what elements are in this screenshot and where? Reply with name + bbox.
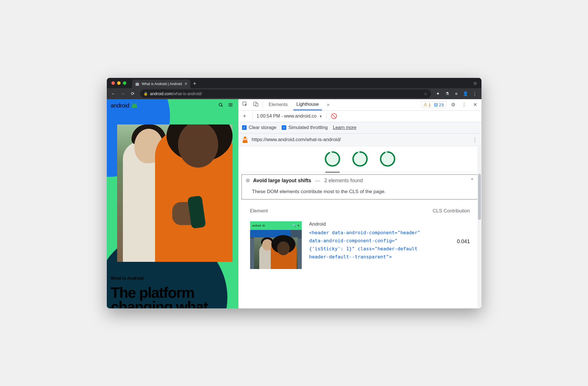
issue-counters[interactable]: ⚠1 ▤23: [421, 101, 446, 108]
reading-list-icon[interactable]: ≡: [452, 89, 461, 98]
svg-point-8: [324, 151, 341, 167]
lighthouse-icon: [243, 137, 248, 143]
element-snippet[interactable]: <header data-android-component="header" …: [309, 229, 428, 261]
close-window-button[interactable]: [111, 81, 115, 85]
labs-icon[interactable]: ⚗: [443, 89, 452, 98]
scrollbar-thumb[interactable]: [478, 174, 481, 220]
extensions-icon[interactable]: ✦: [434, 89, 442, 98]
url-path: /what-is-android/: [172, 91, 202, 96]
brand-wordmark: android: [111, 102, 129, 109]
more-tabs-icon[interactable]: »: [325, 102, 332, 107]
rendered-page: android What is And: [107, 99, 238, 308]
score-gauges: 92 93 93: [239, 146, 481, 172]
simulated-throttling-checkbox[interactable]: ✓ Simulated throttling: [282, 125, 328, 130]
close-tab-button[interactable]: ✕: [184, 82, 187, 86]
audited-url-bar: https://www.android.com/what-is-android/…: [239, 134, 481, 146]
lighthouse-run-bar: + 1:00:54 PM - www.android.co ▼ 🚫: [239, 111, 481, 122]
maximize-window-button[interactable]: [123, 81, 126, 85]
minimize-window-button[interactable]: [117, 81, 121, 85]
reload-button[interactable]: ⟳: [129, 89, 137, 98]
site-search-icon[interactable]: [217, 102, 225, 109]
svg-point-11: [352, 151, 368, 167]
profile-icon[interactable]: 👤: [461, 89, 470, 98]
report-menu-icon[interactable]: ⋮: [472, 137, 477, 143]
android-robot-icon: [131, 104, 137, 108]
tab-elements[interactable]: Elements: [266, 99, 291, 110]
device-toolbar-icon[interactable]: [252, 101, 260, 108]
back-button[interactable]: ←: [109, 89, 118, 98]
chrome-menu-icon[interactable]: ⋮: [471, 89, 479, 98]
hero-text: What is Android The platform changing wh…: [111, 276, 234, 308]
clear-storage-label: Clear storage: [249, 125, 276, 130]
devtools-tab-bar: Elements Lighthouse » ⚠1 ▤23 ⚙ ⋮ ✕: [239, 99, 481, 111]
audit-header[interactable]: Avoid large layout shifts — 2 elements f…: [242, 175, 478, 187]
col-cls: CLS Contribution: [430, 208, 470, 214]
audit-title: Avoid large layout shifts: [253, 178, 312, 184]
report-label: 1:00:54 PM - www.android.co: [257, 114, 317, 118]
hero-image: [117, 124, 233, 262]
message-count: 23: [439, 102, 444, 107]
tab-title: What is Android | Android: [142, 82, 182, 86]
audit-subtitle: 2 elements found: [324, 178, 363, 184]
cls-value: 0.041: [436, 221, 470, 245]
audited-url: https://www.android.com/what-is-android/: [252, 137, 341, 143]
browser-toolbar: ← → ⟳ 🔒 android.com/what-is-android/ ☆ ✦…: [107, 88, 481, 99]
clear-storage-checkbox[interactable]: ✓ Clear storage: [242, 125, 276, 130]
hero-title: The platform changing what: [111, 286, 234, 308]
svg-rect-7: [256, 103, 258, 106]
content-area: android What is And: [107, 99, 481, 308]
report-selector[interactable]: 1:00:54 PM - www.android.co ▼: [257, 114, 322, 119]
window-controls: [109, 78, 129, 88]
browser-tab[interactable]: 🤖 What is Android | Android ✕: [132, 80, 190, 88]
learn-more-link[interactable]: Learn more: [333, 125, 357, 130]
message-icon: ▤: [434, 102, 438, 107]
android-favicon-icon: 🤖: [135, 82, 140, 86]
audit-description: These DOM elements contribute most to th…: [242, 187, 478, 199]
toolbar-right: ✦ ⚗ ≡ 👤 ⋮: [434, 89, 479, 98]
warning-icon: ⚠: [423, 102, 427, 107]
tab-lighthouse[interactable]: Lighthouse: [293, 99, 322, 110]
table-row: android 🔍≡ Android: [250, 221, 470, 269]
bookmark-star-icon[interactable]: ☆: [424, 91, 428, 96]
audit-status-dot-icon: [246, 178, 250, 183]
score-gauge-3[interactable]: 93: [379, 151, 396, 167]
simulated-throttling-label: Simulated throttling: [289, 125, 328, 130]
lighthouse-options: ✓ Clear storage ✓ Simulated throttling L…: [239, 122, 481, 134]
address-bar[interactable]: 🔒 android.com/what-is-android/ ☆: [140, 89, 431, 98]
url-host: android.com: [150, 91, 172, 96]
settings-gear-icon[interactable]: ⚙: [449, 102, 457, 108]
close-devtools-icon[interactable]: ✕: [471, 102, 479, 108]
devtools-scrollbar[interactable]: [477, 145, 481, 308]
checkbox-checked-icon: ✓: [242, 125, 247, 130]
snippet-code: <header data-android-component="header" …: [309, 230, 420, 260]
chevron-down-icon: ▼: [319, 114, 322, 118]
forward-button[interactable]: →: [119, 89, 127, 98]
inspect-element-icon[interactable]: [241, 101, 249, 108]
cls-table: Element CLS Contribution android 🔍≡: [250, 206, 470, 269]
audit-avoid-large-layout-shifts: Avoid large layout shifts — 2 elements f…: [241, 174, 479, 199]
checkbox-checked-icon: ✓: [282, 125, 286, 130]
score-gauge-1[interactable]: 92: [324, 151, 341, 167]
svg-line-1: [221, 105, 223, 107]
element-description: Android <header data-android-component="…: [309, 221, 428, 261]
person-right: [155, 130, 233, 262]
new-report-button[interactable]: +: [241, 113, 248, 120]
table-header: Element CLS Contribution: [250, 206, 470, 221]
site-menu-icon[interactable]: [227, 102, 234, 109]
devtools-menu-icon[interactable]: ⋮: [460, 102, 468, 108]
remote-target-icon[interactable]: ◎: [473, 78, 479, 88]
element-thumbnail: android 🔍≡: [250, 221, 302, 269]
new-tab-button[interactable]: +: [190, 80, 199, 88]
chevron-up-icon: ⌃: [470, 178, 474, 184]
score-gauge-2[interactable]: 93: [352, 151, 368, 167]
devtools-panel: Elements Lighthouse » ⚠1 ▤23 ⚙ ⋮ ✕ + 1:0…: [238, 99, 481, 308]
browser-window: 🤖 What is Android | Android ✕ + ◎ ← → ⟳ …: [107, 78, 481, 308]
clear-report-icon[interactable]: 🚫: [331, 113, 337, 119]
lock-icon: 🔒: [144, 92, 148, 96]
android-robot-icon: [262, 224, 265, 226]
col-element: Element: [250, 208, 430, 214]
thumb-brand: android: [252, 224, 261, 227]
svg-point-14: [379, 151, 396, 167]
site-header: android: [107, 99, 238, 112]
element-name: Android: [309, 221, 428, 227]
